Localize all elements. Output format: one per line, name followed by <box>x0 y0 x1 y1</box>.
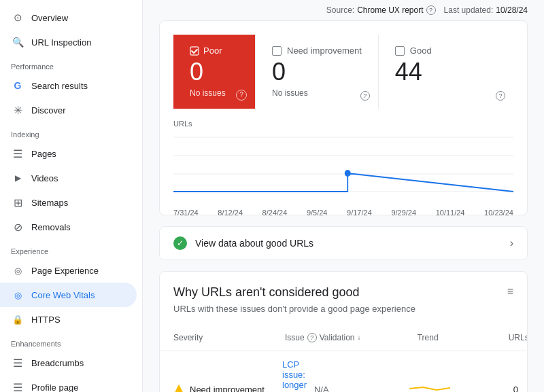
card-need-label-row: Need improvement <box>272 46 362 56</box>
sidebar-item-overview[interactable]: ⊙ Overview <box>0 5 137 30</box>
sidebar-item-videos-label: Videos <box>31 173 58 183</box>
card-need-help-icon[interactable]: ? <box>360 91 370 101</box>
pages-icon: ☰ <box>11 147 24 160</box>
good-urls-banner[interactable]: ✓ View data about good URLs › <box>159 226 528 260</box>
status-chart-box: Poor 0 No issues ? Need improvement 0 No… <box>159 20 528 215</box>
section-label-indexing: Indexing <box>0 122 142 141</box>
card-poor: Poor 0 No issues ? <box>173 35 255 109</box>
card-need-label: Need improvement <box>287 46 362 56</box>
validation-cell: N/A <box>314 385 409 392</box>
sidebar-item-core-web-vitals[interactable]: ◎ Core Web Vitals <box>0 283 137 307</box>
breadcrumbs-icon: ☰ <box>11 357 24 370</box>
sidebar-item-page-experience[interactable]: ◎ Page Experience <box>0 258 137 283</box>
table-header: Severity Issue ? Validation ↓ Trend URLs <box>160 325 527 351</box>
sidebar-item-https-label: HTTPS <box>31 315 61 325</box>
search-icon: 🔍 <box>11 37 24 48</box>
removals-icon: ⊘ <box>11 221 24 234</box>
sidebar-item-removals[interactable]: ⊘ Removals <box>0 215 137 239</box>
why-subtitle: URLs with these issues don't provide a g… <box>173 304 415 314</box>
core-web-vitals-icon: ◎ <box>11 290 24 300</box>
section-label-experience: Experience <box>0 239 142 258</box>
chevron-right-icon: › <box>510 237 513 249</box>
card-good-help-icon[interactable]: ? <box>496 91 505 101</box>
sidebar-item-breadcrumbs-label: Breadcrumbs <box>31 358 84 368</box>
why-section: Why URLs aren't considered good URLs wit… <box>159 271 528 392</box>
videos-icon: ▶ <box>11 173 24 183</box>
x-label-7: 10/23/24 <box>484 209 513 217</box>
question-icon[interactable]: ? <box>426 5 436 15</box>
sidebar-item-https[interactable]: 🔒 HTTPS <box>0 307 137 332</box>
sidebar-item-discover-label: Discover <box>31 105 66 115</box>
trend-cell <box>409 383 477 392</box>
good-urls-text: View data about good URLs <box>195 238 502 249</box>
chart-y-label: URLs <box>173 120 513 128</box>
card-need-improvement: Need improvement 0 No issues ? <box>255 35 378 109</box>
card-good-label-row: Good <box>395 46 497 56</box>
sidebar-item-sitemaps-label: Sitemaps <box>31 198 68 208</box>
severity-text: Need improvement <box>190 385 265 392</box>
main-content: Source: Chrome UX report ? Last updated:… <box>143 0 544 392</box>
sidebar-item-overview-label: Overview <box>31 13 68 23</box>
card-good-label: Good <box>410 46 432 56</box>
trend-line-svg <box>409 383 450 392</box>
section-label-performance: Performance <box>0 54 142 73</box>
chart-svg: 3 2 1 0 <box>173 130 513 205</box>
page-experience-icon: ◎ <box>11 266 24 276</box>
sidebar-item-discover[interactable]: ✳ Discover <box>0 98 137 122</box>
card-poor-sub: No issues <box>190 88 239 98</box>
why-title: Why URLs aren't considered good <box>173 285 415 300</box>
severity-cell: Need improvement <box>173 385 282 392</box>
sidebar-item-page-experience-label: Page Experience <box>31 266 99 276</box>
x-label-0: 7/31/24 <box>173 209 199 217</box>
card-poor-title: Poor <box>190 46 239 56</box>
why-header: Why URLs aren't considered good URLs wit… <box>160 272 527 317</box>
source-prefix: Source: <box>326 5 354 15</box>
profile-icon: ☰ <box>11 381 24 393</box>
sitemaps-icon: ⊞ <box>11 196 24 209</box>
checkbox-icon <box>272 46 282 56</box>
sidebar-item-search-results[interactable]: G Search results <box>0 73 137 98</box>
chart-line <box>173 173 513 192</box>
sidebar-item-removals-label: Removals <box>31 222 71 232</box>
card-good: Good 44 ? <box>378 35 513 109</box>
issue-help-icon[interactable]: ? <box>307 333 317 342</box>
check-circle-icon: ✓ <box>173 236 187 250</box>
card-poor-label: Poor <box>203 46 222 56</box>
col-header-urls: URLs <box>488 333 528 342</box>
x-label-1: 8/12/24 <box>218 209 243 217</box>
sidebar-item-pages[interactable]: ☰ Pages <box>0 141 137 166</box>
last-updated-label: Last updated: <box>444 5 494 15</box>
sort-arrow-icon[interactable]: ↓ <box>358 334 361 341</box>
checkbox-checked-icon <box>190 46 199 56</box>
x-label-2: 8/24/24 <box>262 209 288 217</box>
chart-x-labels: 7/31/24 8/12/24 8/24/24 9/5/24 9/17/24 9… <box>173 209 513 217</box>
sidebar-item-videos[interactable]: ▶ Videos <box>0 166 137 190</box>
card-poor-count: 0 <box>190 58 239 86</box>
status-cards: Poor 0 No issues ? Need improvement 0 No… <box>173 35 513 109</box>
overview-icon: ⊙ <box>11 12 24 24</box>
source-name: Chrome UX report <box>357 5 423 15</box>
sidebar-item-profile-page[interactable]: ☰ Profile page <box>0 375 137 392</box>
card-good-count: 44 <box>395 58 497 86</box>
col-header-severity: Severity <box>173 333 282 342</box>
filter-icon[interactable]: ≡ <box>507 285 513 298</box>
lock-icon: 🔒 <box>11 315 24 325</box>
col-header-issue: Issue ? <box>285 333 317 342</box>
card-need-sub: No issues <box>272 88 362 98</box>
col-header-trend: Trend <box>418 333 486 342</box>
x-label-4: 9/17/24 <box>347 209 372 217</box>
table-row: Need improvement LCP issue: longer than … <box>160 351 527 392</box>
sidebar-item-url-inspection[interactable]: 🔍 URL Inspection <box>0 30 137 54</box>
sidebar-item-search-results-label: Search results <box>31 81 88 91</box>
sidebar: ⊙ Overview 🔍 URL Inspection Performance … <box>0 0 143 392</box>
sidebar-item-sitemaps[interactable]: ⊞ Sitemaps <box>0 190 137 215</box>
sidebar-item-breadcrumbs[interactable]: ☰ Breadcrumbs <box>0 351 137 375</box>
last-updated-date: 10/28/24 <box>496 5 528 15</box>
warning-triangle-icon <box>173 385 184 392</box>
issue-cell[interactable]: LCP issue: longer than 2.5s (mobile) <box>282 359 314 392</box>
sidebar-item-profile-page-label: Profile page <box>31 382 78 393</box>
card-poor-help-icon[interactable]: ? <box>236 90 247 101</box>
sidebar-item-core-web-vitals-label: Core Web Vitals <box>31 290 95 300</box>
content-area: Poor 0 No issues ? Need improvement 0 No… <box>143 20 544 392</box>
google-icon: G <box>11 80 24 91</box>
